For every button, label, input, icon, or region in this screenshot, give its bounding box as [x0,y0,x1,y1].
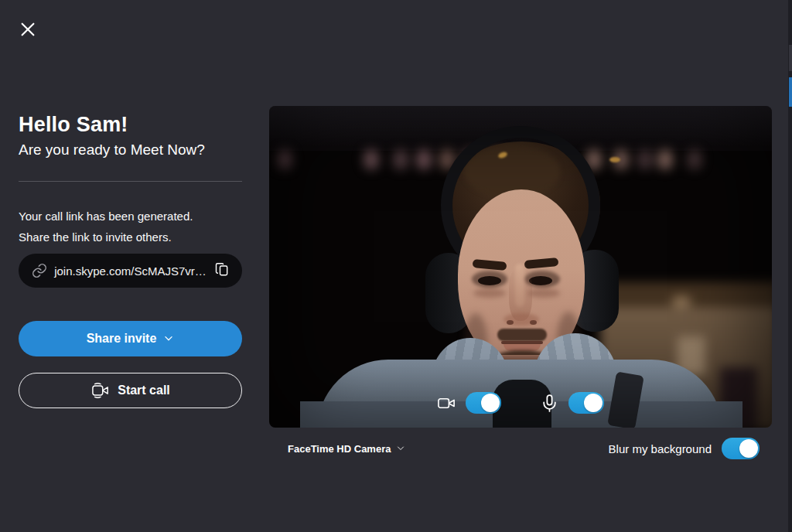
blur-background-label: Blur my background [609,442,712,455]
close-button[interactable] [17,19,39,41]
start-call-label: Start call [118,384,170,397]
call-link-text: join.skype.com/ScMAJS7vr… [48,264,213,278]
meet-now-screen: Hello Sam! Are you ready to Meet Now? Yo… [0,0,792,532]
info-text: Your call link has been generated. Share… [19,206,193,247]
copy-link-button[interactable] [213,261,231,280]
share-invite-label: Share invite [87,332,157,346]
toggle-knob [739,439,758,458]
start-call-button[interactable]: Start call [19,373,242,408]
blur-background-toggle[interactable] [722,438,760,459]
blur-background-row: Blur my background [609,438,760,459]
info-line-2: Share the link to invite others. [19,227,193,247]
divider [19,181,242,182]
camera-device-label: FaceTime HD Camera [288,443,391,455]
camera-icon [437,394,456,413]
copy-icon [214,262,230,278]
mic-toggle[interactable] [568,392,604,414]
toggle-knob [481,394,500,412]
close-icon [19,21,36,38]
vignette [269,106,772,428]
window-edge-artifact [788,0,792,532]
video-camera-icon [90,382,111,399]
camera-toggle[interactable] [466,392,501,414]
camera-preview [269,106,772,428]
toggle-knob [584,394,603,412]
chevron-down-icon [163,333,174,344]
share-invite-button[interactable]: Share invite [19,321,242,356]
page-title: Hello Sam! [19,113,128,137]
info-line-1: Your call link has been generated. [19,206,193,227]
microphone-icon [540,394,559,413]
chevron-down-icon [396,444,405,453]
camera-device-select[interactable]: FaceTime HD Camera [288,440,405,457]
call-link-pill: join.skype.com/ScMAJS7vr… [19,254,242,288]
chain-link-icon [31,262,48,279]
preview-controls [269,392,772,414]
page-subtitle: Are you ready to Meet Now? [19,142,205,159]
